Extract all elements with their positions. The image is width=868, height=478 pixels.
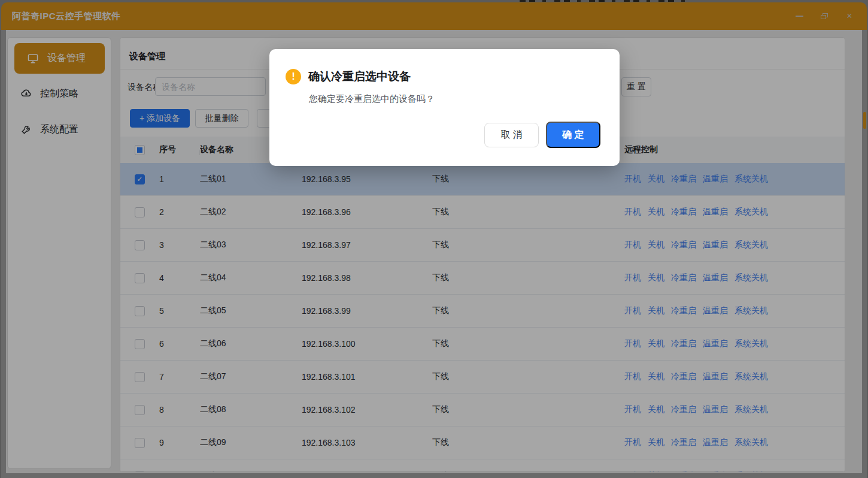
warning-icon: ! — [286, 69, 301, 84]
dialog-title: 确认冷重启选中设备 — [308, 69, 411, 84]
cancel-button[interactable]: 取 消 — [484, 123, 539, 147]
confirm-dialog: ! 确认冷重启选中设备 您确定要冷重启选中的设备吗？ 取 消 确 定 — [269, 49, 620, 166]
confirm-button[interactable]: 确 定 — [546, 122, 600, 148]
dialog-message: 您确定要冷重启选中的设备吗？ — [309, 93, 435, 105]
